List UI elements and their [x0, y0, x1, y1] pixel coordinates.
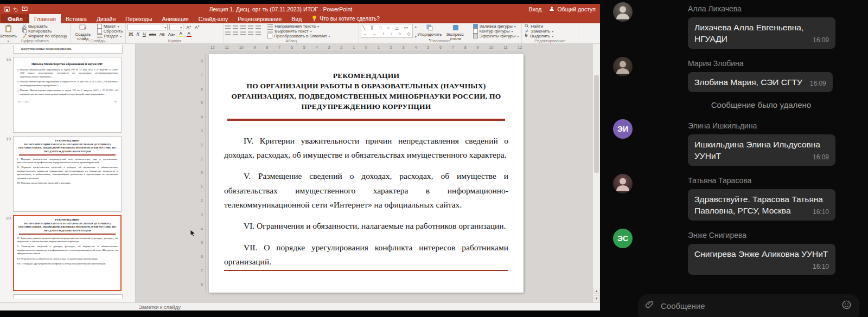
arrange-icon — [426, 24, 433, 32]
italic-button[interactable]: К — [135, 31, 140, 37]
thumbnail-slide-20-selected[interactable]: РЕКОМЕНДАЦИИ ПО ОРГАНИЗАЦИИ РАБОТЫ В ОБР… — [13, 215, 122, 291]
slide-paragraph[interactable]: VI. Ограничения и обязанности, налагаемы… — [224, 219, 508, 233]
message-bubble: Злобина Мария, СЭИ СГТУ 16:09 — [688, 72, 833, 92]
convert-smartart-button[interactable]: Преобразовать в SmartArt ▾ — [266, 34, 331, 38]
tab-file[interactable]: Файл — [1, 14, 29, 23]
thumbnail-bullet: ❑Письмо Министерства образования и науки… — [17, 80, 118, 87]
shape-fill-button[interactable]: Заливка фигуры ▾ — [472, 24, 520, 29]
attachment-icon[interactable] — [644, 300, 654, 312]
shrink-font-button[interactable]: А▾ — [194, 24, 201, 30]
shapes-row-2: → ← ↑ ↓ ☆ ◇ — [362, 31, 411, 36]
underline-button[interactable]: Ч — [142, 31, 147, 37]
thumbnail-number: 18 — [2, 57, 11, 133]
thumbnail-slide-18[interactable]: Письма Министерства образования и науки … — [13, 57, 122, 133]
previous-slide-button[interactable]: ▲ — [593, 288, 600, 294]
clipboard-icon — [5, 24, 12, 34]
font-size-combo[interactable]: ▾ — [169, 24, 183, 30]
dropdown-arrow-icon: ▾ — [310, 29, 312, 33]
increase-indent-icon[interactable] — [248, 25, 253, 29]
grow-font-button[interactable]: А▴ — [185, 24, 192, 30]
thumbnail-slide-17-partial[interactable]: коррупционные правонарушения. — [13, 45, 123, 54]
font-name-combo[interactable]: ▾ — [127, 24, 168, 30]
screen: ▾ Лекция 1. Дисц. орг-ть (07.11.2023) ИТ… — [0, 0, 868, 317]
quick-access-toolbar: ▾ — [4, 5, 33, 13]
align-right-icon[interactable] — [240, 31, 246, 35]
share-button[interactable]: Общий доступ — [549, 6, 596, 12]
decrease-indent-icon[interactable] — [240, 25, 246, 29]
character-spacing-button[interactable]: АВ — [158, 32, 166, 37]
text-direction-icon — [267, 24, 273, 29]
quick-styles-button[interactable]: Экспресс-стили ▾ — [443, 24, 469, 39]
reset-button[interactable]: Сбросить — [96, 29, 124, 34]
avatar — [613, 57, 633, 76]
bullet-icon: ❑ — [17, 89, 19, 96]
slide-paragraph[interactable]: VII. О порядке урегулирования конфликта … — [224, 241, 508, 269]
highlight-color-button[interactable]: А — [177, 31, 184, 37]
shape-outline-button[interactable]: Контур фигуры ▾ — [472, 29, 520, 34]
tab-view[interactable]: Вид — [286, 14, 307, 23]
line-spacing-icon[interactable] — [256, 25, 261, 29]
sign-in-button[interactable]: Вход — [529, 6, 542, 12]
tab-animations[interactable]: Анимация — [157, 14, 193, 23]
section-button[interactable]: Раздел ▾ — [96, 34, 124, 38]
select-button[interactable]: Выделить ▾ — [524, 34, 554, 38]
slideshow-icon[interactable] — [22, 5, 28, 13]
paste-button[interactable]: Вставить ▾ — [0, 24, 19, 39]
slide-canvas[interactable]: РЕКОМЕНДАЦИИ ПО ОРГАНИЗАЦИИ РАБОТЫ В ОБР… — [209, 54, 524, 293]
dropdown-arrow-icon: ▾ — [174, 33, 175, 36]
shapes-gallery[interactable]: ╲ ╳ □ ○ △ ▭ → ← ↑ ↓ ☆ ◇ — [361, 24, 413, 38]
tab-insert[interactable]: Вставка — [61, 14, 92, 23]
editor-scrollbar[interactable]: ▲ ▼ — [592, 44, 600, 302]
arrange-button[interactable]: Упорядочить ▾ — [419, 24, 441, 39]
titlebar: ▾ Лекция 1. Дисц. орг-ть (07.11.2023) ИТ… — [0, 4, 600, 14]
format-painter-button[interactable]: Формат по образцу — [21, 34, 68, 38]
lightbulb-icon — [312, 15, 317, 22]
message-input[interactable] — [661, 301, 835, 310]
tab-slideshow[interactable]: Слайд-шоу — [194, 14, 233, 23]
cut-button[interactable]: Вырезать — [21, 24, 68, 29]
justify-icon[interactable] — [248, 31, 253, 35]
slide-title[interactable]: РЕКОМЕНДАЦИИ ПО ОРГАНИЗАЦИИ РАБОТЫ В ОБР… — [224, 70, 508, 112]
undo-icon[interactable] — [13, 5, 18, 13]
thumbnail-slide-21-partial[interactable] — [13, 294, 123, 299]
thumbnail-number: 19 — [2, 136, 11, 212]
tell-me-box[interactable]: Что вы хотите сделать? — [312, 14, 380, 23]
new-slide-button[interactable]: Создать слайд ▾ — [72, 24, 94, 39]
customize-qat-icon[interactable]: ▾ — [31, 5, 33, 13]
message-bubble: Лихачева Алла Евгеньевна, НГУАДИ 16:09 — [688, 17, 835, 49]
align-center-icon[interactable] — [233, 31, 238, 35]
tab-home[interactable]: Главная — [29, 14, 61, 23]
layout-button[interactable]: Макет ▾ — [96, 24, 124, 29]
thumbnail-slide-19[interactable]: РЕКОМЕНДАЦИИ ПО ОРГАНИЗАЦИИ РАБОТЫ В ОБР… — [13, 136, 122, 212]
strikethrough-button[interactable]: abc — [148, 32, 157, 37]
shape-effects-button[interactable]: Эффекты фигуры ▾ — [472, 34, 520, 38]
align-left-icon[interactable] — [225, 31, 231, 35]
emoji-icon[interactable] — [841, 300, 852, 312]
bullets-icon[interactable] — [225, 25, 231, 29]
bold-button[interactable]: Ж — [127, 31, 134, 37]
shapes-row-1: ╲ ╳ □ ○ △ ▭ — [362, 25, 411, 30]
shape-outline-icon — [473, 29, 478, 34]
shapes-scroll-up-icon[interactable]: ▴ — [415, 24, 417, 28]
slide-editor: 12 11 10 9 8 7 6 5 4 3 2 1 0 1 2 3 4 5 6… — [136, 44, 592, 302]
notes-pane[interactable]: Заметки к слайду — [0, 302, 600, 310]
tab-design[interactable]: Дизайн — [92, 14, 120, 23]
scrollbar-thumb[interactable] — [594, 75, 599, 173]
slide-paragraph[interactable]: V. Размещение сведений о доходах, расход… — [224, 169, 508, 212]
columns-icon[interactable] — [256, 31, 261, 35]
shapes-scroll-down-icon[interactable]: ▾ — [415, 35, 417, 38]
dropdown-arrow-icon: ▾ — [180, 25, 182, 29]
tab-transitions[interactable]: Переходы — [120, 14, 157, 23]
align-text-button[interactable]: Выровнять текст ▾ — [266, 29, 331, 34]
text-direction-button[interactable]: Направления текста ▾ — [266, 24, 331, 29]
save-icon[interactable] — [4, 5, 10, 13]
tab-review[interactable]: Рецензирование — [233, 14, 286, 23]
change-case-button[interactable]: Аа▾ — [167, 32, 176, 37]
font-color-button[interactable]: А — [186, 31, 193, 37]
message-time: 16:09 — [813, 154, 829, 161]
chat-panel: Алла Лихачева Лихачева Алла Евгеньевна, … — [600, 0, 868, 317]
numbering-icon[interactable] — [233, 25, 238, 29]
copy-button[interactable]: Копировать — [21, 29, 68, 34]
next-slide-button[interactable]: ▼ — [593, 295, 600, 301]
slide-paragraph[interactable]: IV. Критерии уважительности причин непре… — [224, 134, 508, 163]
